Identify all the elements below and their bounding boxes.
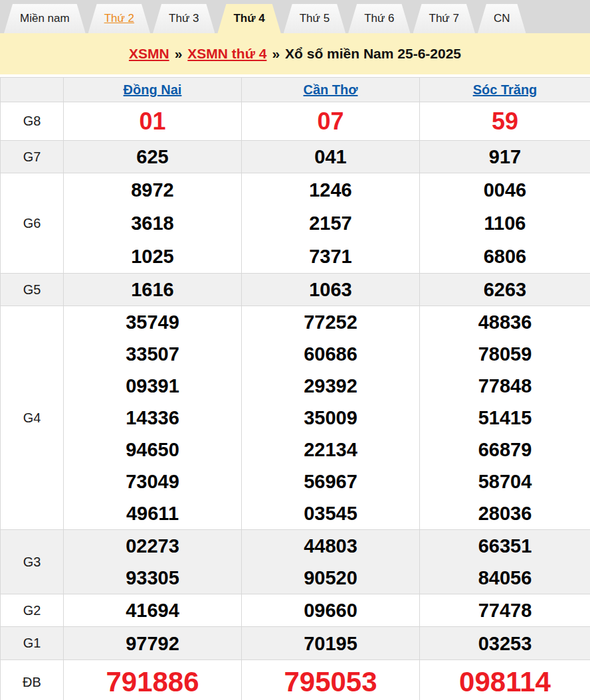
- prize-numbers: 1063: [242, 274, 420, 306]
- prize-numbers: 0227393305: [64, 530, 242, 594]
- prize-number: 60686: [242, 338, 419, 370]
- prize-label: ĐB: [1, 660, 64, 700]
- prize-number: 51415: [420, 402, 590, 434]
- prize-number: 0046: [420, 173, 590, 207]
- tab-thu-5[interactable]: Thứ 5: [284, 4, 345, 33]
- prize-row-g4: G435749335070939114336946507304949611772…: [1, 306, 590, 530]
- prize-row-g2: G2416940966077478: [1, 594, 590, 627]
- prize-numbers: 35749335070939114336946507304949611: [64, 306, 242, 530]
- prize-row-db: ĐB791886795053098114: [1, 660, 590, 700]
- prize-label: G2: [1, 594, 64, 627]
- prize-numbers: 004611066806: [420, 173, 590, 274]
- prize-label: G4: [1, 306, 64, 530]
- breadcrumb-separator: »: [175, 46, 183, 62]
- prize-label: G7: [1, 141, 64, 173]
- prize-numbers: 897236181025: [64, 173, 242, 274]
- corner-cell: [1, 78, 64, 102]
- table-header-row: Đồng NaiCần ThơSóc Trăng: [1, 78, 590, 102]
- prize-number: 09660: [242, 594, 419, 626]
- prize-numbers: 01: [64, 102, 242, 141]
- prize-numbers: 07: [242, 102, 420, 141]
- prize-numbers: 77478: [420, 594, 590, 627]
- prize-number: 44803: [242, 530, 419, 562]
- province-header: Cần Thơ: [242, 78, 420, 102]
- prize-numbers: 041: [242, 141, 420, 173]
- tab-thu-2[interactable]: Thứ 2: [88, 4, 150, 33]
- prize-numbers: 09660: [242, 594, 420, 627]
- prize-number: 625: [64, 141, 241, 173]
- prize-number: 77478: [420, 594, 590, 626]
- prize-number: 56967: [242, 466, 419, 497]
- prize-label: G3: [1, 530, 64, 594]
- prize-numbers: 791886: [64, 660, 242, 700]
- prize-number: 66879: [420, 434, 590, 466]
- prize-number: 73049: [64, 466, 241, 497]
- prize-numbers: 917: [420, 141, 590, 173]
- prize-number: 70195: [242, 628, 419, 659]
- breadcrumb-link-xsmn-thu4[interactable]: XSMN thứ 4: [187, 46, 266, 62]
- prize-numbers: 70195: [242, 627, 420, 660]
- prize-number: 795053: [242, 666, 419, 698]
- prize-number: 07: [242, 106, 419, 137]
- prize-numbers: 1616: [64, 274, 242, 306]
- prize-number: 97792: [64, 628, 241, 659]
- prize-number: 77252: [242, 306, 419, 338]
- prize-number: 33507: [64, 338, 241, 370]
- breadcrumb-link-xsmn[interactable]: XSMN: [129, 46, 169, 62]
- prize-number: 90520: [242, 562, 419, 594]
- prize-numbers: 41694: [64, 594, 242, 627]
- prize-number: 29392: [242, 370, 419, 402]
- prize-number: 59: [420, 106, 590, 137]
- tab-cn[interactable]: CN: [478, 4, 526, 33]
- prize-numbers: 795053: [242, 660, 420, 700]
- prize-numbers: 6635184056: [420, 530, 590, 594]
- prize-number: 1616: [64, 274, 241, 306]
- prize-number: 58704: [420, 466, 590, 497]
- prize-label: G1: [1, 627, 64, 660]
- prize-number: 09391: [64, 370, 241, 402]
- prize-number: 041: [242, 141, 419, 173]
- tab-thu-7[interactable]: Thứ 7: [413, 4, 475, 33]
- prize-number: 1246: [242, 173, 419, 207]
- province-link[interactable]: Đồng Nai: [124, 82, 182, 97]
- prize-number: 66351: [420, 530, 590, 562]
- province-link[interactable]: Sóc Trăng: [473, 82, 538, 97]
- prize-number: 03545: [242, 497, 419, 529]
- prize-number: 7371: [242, 240, 419, 273]
- prize-number: 94650: [64, 434, 241, 466]
- prize-number: 098114: [420, 666, 590, 698]
- tab-thu-6[interactable]: Thứ 6: [348, 4, 410, 33]
- prize-number: 48836: [420, 306, 590, 338]
- prize-number: 35749: [64, 306, 241, 338]
- prize-number: 2157: [242, 207, 419, 240]
- tab-thu-3[interactable]: Thứ 3: [153, 4, 215, 33]
- breadcrumb-separator: »: [272, 46, 280, 62]
- prize-number: 791886: [64, 666, 241, 698]
- prize-number: 02273: [64, 530, 241, 562]
- prize-number: 77848: [420, 370, 590, 402]
- prize-number: 01: [64, 106, 241, 137]
- prize-number: 14336: [64, 402, 241, 434]
- prize-number: 1106: [420, 207, 590, 240]
- prize-row-g7: G7625041917: [1, 141, 590, 173]
- prize-row-g3: G3022739330544803905206635184056: [1, 530, 590, 594]
- prize-number: 1025: [64, 240, 241, 273]
- prize-numbers: 625: [64, 141, 242, 173]
- prize-number: 41694: [64, 594, 241, 626]
- prize-row-g1: G1977927019503253: [1, 627, 590, 660]
- prize-row-g8: G8010759: [1, 102, 590, 141]
- prize-row-g5: G5161610636263: [1, 274, 590, 306]
- prize-numbers: 098114: [420, 660, 590, 700]
- prize-number: 28036: [420, 497, 590, 529]
- province-link[interactable]: Cần Thơ: [304, 82, 358, 97]
- province-header: Sóc Trăng: [420, 78, 590, 102]
- tab-mien-nam[interactable]: Miền nam: [4, 4, 86, 33]
- tab-thu-4[interactable]: Thứ 4: [217, 4, 280, 33]
- prize-number: 93305: [64, 562, 241, 594]
- prize-number: 6263: [420, 274, 590, 306]
- prize-number: 35009: [242, 402, 419, 434]
- prize-number: 22134: [242, 434, 419, 466]
- prize-label: G5: [1, 274, 64, 306]
- day-tabs: Miền namThứ 2Thứ 3Thứ 4Thứ 5Thứ 6Thứ 7CN: [0, 0, 590, 33]
- prize-label: G8: [1, 102, 64, 141]
